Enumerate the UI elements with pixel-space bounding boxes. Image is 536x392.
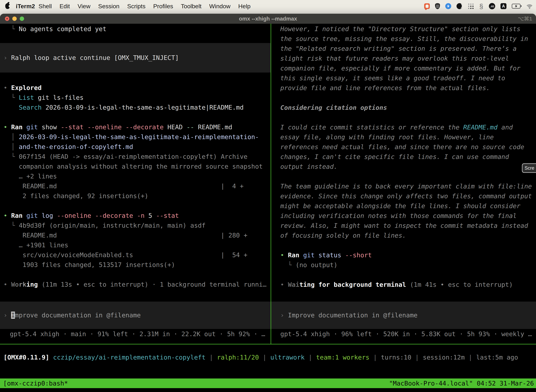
terminal-line: … +2 lines — [4, 171, 267, 181]
menu-item-help[interactable]: Help — [238, 3, 251, 10]
terminal-line: • Ran git status --short — [280, 250, 532, 260]
terminal-line: I could cite commit statistics or refere… — [280, 122, 532, 132]
terminal-line: └ (no output) — [280, 260, 532, 270]
terminal-line: might be acceptable alongside the file l… — [280, 201, 532, 211]
input-source-a-icon[interactable]: A — [500, 3, 507, 9]
terminal-line: • Working (11m 13s • esc to interrupt) ·… — [4, 280, 267, 289]
left-status-line: gpt-5.4 xhigh · main · 91% left · 2.31M … — [0, 329, 265, 339]
terminal-line: slight risk that future readers may over… — [280, 54, 532, 63]
squiggle-icon[interactable]: § — [479, 3, 483, 9]
menu-item-window[interactable]: Window — [209, 3, 230, 10]
terminal-line: README.md | 4 + — [4, 181, 267, 191]
terminal-line: However, I noticed the "Directory Struct… — [280, 24, 532, 34]
left-pane[interactable]: └ No agents completed yet › Ralph loop a… — [0, 24, 271, 344]
shield-keypad-icon[interactable] — [435, 3, 440, 9]
terminal-line: this single essay, it seems like a good … — [280, 73, 532, 83]
terminal-line: provide file and line references from th… — [280, 83, 532, 93]
terminal-line: src/voice/voiceModeEnabled.ts | 54 + — [4, 250, 267, 260]
terminal-line: └ 4b9d30f (origin/main, instructkr/main,… — [4, 221, 267, 230]
right-pane[interactable]: However, I noticed the "Directory Struct… — [271, 24, 536, 344]
left-prompt-input[interactable]: › Improve documentation in @filename — [0, 302, 271, 329]
right-prompt-input[interactable]: › Improve documentation in @filename — [271, 302, 536, 329]
window-shortcut-badge: ⌥⌘1 — [518, 16, 532, 22]
menu-item-profiles[interactable]: Profiles — [153, 3, 173, 10]
badge-61-icon[interactable]: ..61 — [489, 3, 495, 9]
terminal-line: • Ran git show --stat --oneline --decora… — [4, 122, 267, 132]
apple-menu-icon[interactable] — [5, 3, 10, 9]
terminal-line: 2 files changed, 92 insertions(+) — [4, 191, 267, 201]
terminal-line — [280, 93, 532, 103]
terminal-line: companion analysis without altering the … — [4, 162, 267, 171]
horizontal-pane-divider[interactable] — [0, 344, 536, 344]
ralph-loop-line: › Ralph loop active continue [OMX_TMUX_I… — [4, 53, 179, 63]
terminal-line: changes, I can't cite specific file line… — [280, 152, 532, 162]
bolt-badge-icon[interactable] — [445, 3, 451, 9]
terminal-line: │ and-the-erosion-of-copyleft.md — [4, 142, 267, 152]
terminal-line: • Waiting for background terminal (1m 41… — [280, 280, 532, 289]
terminal-line: of focusing solely on file lines. — [280, 231, 532, 240]
terminal-line: └ No agents completed yet — [4, 24, 106, 34]
terminal-line — [4, 270, 267, 280]
right-status-line: gpt-5.4 xhigh · 96% left · 520K in · 5.8… — [271, 329, 532, 339]
app-menu-iterm2[interactable]: iTerm2 — [16, 3, 35, 10]
iterm-window: omx --xhigh --madmax ⌥⌘1 └ No agents com… — [0, 14, 536, 392]
screen-share-chip[interactable]: Scre — [522, 163, 536, 173]
terminal-line: 1903 files changed, 513517 insertions(+) — [4, 260, 267, 270]
terminal-line — [280, 112, 532, 122]
menu-items: ShellEditViewSessionScriptsProfilesToolb… — [38, 3, 251, 10]
terminal-line: The team guideline is to back every impo… — [280, 182, 532, 191]
ralph-loop-banner: › Ralph loop active continue [OMX_TMUX_I… — [0, 43, 271, 73]
moon-icon[interactable] — [456, 3, 463, 9]
menu-bar: iTerm2 ShellEditViewSessionScriptsProfil… — [0, 0, 536, 12]
terminal-line: the source tree, missing the essay. Stil… — [280, 34, 532, 44]
terminal-area: └ No agents completed yet › Ralph loop a… — [0, 24, 536, 344]
terminal-line: Search 2026-03-09-is-legal-the-same-as-l… — [4, 103, 267, 112]
terminal-line — [4, 112, 267, 122]
terminal-line: └ List git ls-files — [4, 93, 267, 103]
terminal-line: │ 2026-03-09-is-legal-the-same-as-legiti… — [4, 132, 267, 142]
right-input-line[interactable]: › Improve documentation in @filename — [280, 310, 417, 320]
terminal-line: essay file, along with finding root file… — [280, 132, 532, 142]
right-pane-transcript: However, I noticed the "Directory Struct… — [271, 24, 532, 289]
tmux-status-bar: [omx-cczip0:bash* "MacBook-Pro-44.local"… — [0, 378, 536, 388]
menu-item-toolbelt[interactable]: Toolbelt — [181, 3, 201, 10]
left-input-line[interactable]: › Improve documentation in @filename — [4, 310, 141, 320]
tmux-host-clock: "MacBook-Pro-44.local" 04:52 31-Mar-26 — [389, 378, 534, 388]
menu-item-shell[interactable]: Shell — [38, 3, 52, 10]
terminal-line: including verification notes with those … — [280, 211, 532, 221]
terminal-line — [280, 172, 532, 182]
screen-share-chip-label: Scre — [525, 165, 534, 171]
terminal-line: evidence. Since this change only affects… — [280, 191, 532, 201]
terminal-line: companion file, especially if more comme… — [280, 63, 532, 73]
window-title: omx --xhigh --madmax — [0, 16, 536, 22]
terminal-line: output instead. — [280, 162, 532, 172]
menu-item-session[interactable]: Session — [98, 3, 120, 10]
terminal-line — [4, 201, 267, 211]
wifi-icon[interactable] — [526, 4, 533, 9]
menu-status-icons: §..61A — [424, 3, 533, 9]
terminal-line: • Ran git log --oneline --decorate -n 5 … — [4, 211, 267, 221]
recording-chat-icon[interactable] — [424, 3, 430, 9]
terminal-line: └ 067f154 (HEAD -> essay/ai-reimplementa… — [4, 152, 267, 162]
terminal-line: references need actual files, and since … — [280, 142, 532, 152]
tmux-session-window[interactable]: [omx-cczip0:bash* — [3, 378, 68, 388]
terminal-line: review. Also, I might want to inspect th… — [280, 221, 532, 231]
battery-icon[interactable] — [512, 4, 521, 9]
left-pane-top-lines: └ No agents completed yet — [0, 24, 106, 34]
terminal-line: README.md | 280 + — [4, 230, 267, 240]
menu-item-edit[interactable]: Edit — [60, 3, 70, 10]
terminal-line: … +1901 lines — [4, 240, 267, 250]
window-title-bar[interactable]: omx --xhigh --madmax ⌥⌘1 — [0, 14, 536, 24]
terminal-line: Considering citation options — [280, 103, 532, 112]
menu-item-scripts[interactable]: Scripts — [127, 3, 145, 10]
terminal-line: the "Related research writing" section i… — [280, 44, 532, 54]
terminal-line — [280, 240, 532, 250]
left-pane-transcript: • Explored └ List git ls-files Search 20… — [0, 83, 267, 289]
terminal-line: • Explored — [4, 83, 267, 93]
terminal-line — [280, 270, 532, 280]
menu-item-view[interactable]: View — [77, 3, 90, 10]
dot-grid-icon[interactable] — [468, 3, 474, 9]
omx-status-line: [OMX#0.11.9] cczip/essay/ai-reimplementa… — [0, 352, 518, 362]
